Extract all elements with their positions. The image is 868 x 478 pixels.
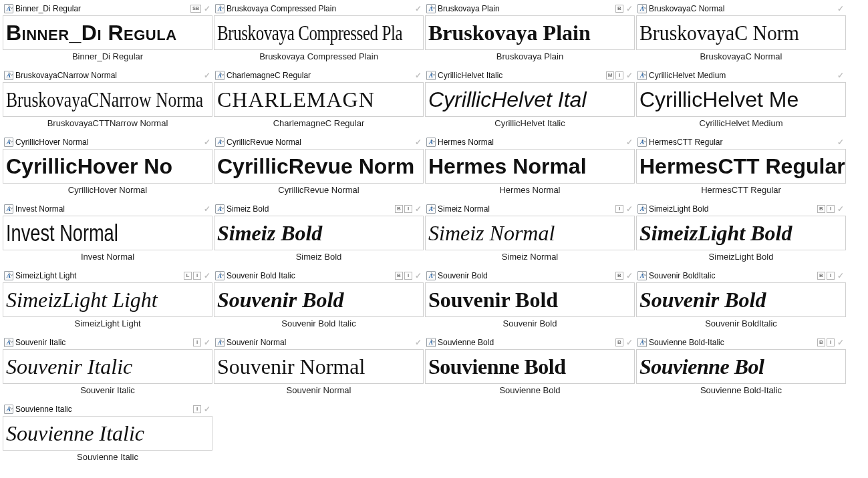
font-item[interactable]: ABinner_Di RegularSB✓Binner_Di RegulaBin… xyxy=(3,3,212,68)
style-badge: I xyxy=(404,205,412,213)
style-badge: M xyxy=(606,71,614,79)
font-preview[interactable]: CHARLEMAGN xyxy=(214,82,424,117)
font-preview[interactable]: SimeizLight Bold xyxy=(636,216,846,250)
style-badge: I xyxy=(827,205,835,213)
font-file-icon: A xyxy=(637,338,647,347)
font-preview-text: Souvenir Italic xyxy=(6,356,132,377)
font-preview[interactable]: Bruskovaya Compressed Pla xyxy=(214,15,424,50)
font-item[interactable]: ACyrillicHelvet ItalicMI✓CyrillicHelvet … xyxy=(425,69,635,135)
font-item[interactable]: ASimeiz BoldBI✓Simeiz BoldSimeiz Bold xyxy=(214,203,424,268)
check-icon[interactable]: ✓ xyxy=(414,272,422,280)
font-preview[interactable]: Souvenir Bold xyxy=(425,282,635,317)
font-file-glyph: A xyxy=(429,273,433,279)
font-item[interactable]: AHermesCTT Regular✓HermesCTT RegularHerm… xyxy=(636,136,846,202)
font-preview[interactable]: Simeiz Normal xyxy=(425,216,635,250)
font-file-icon: A xyxy=(4,71,13,80)
font-item[interactable]: ABruskovaya PlainB✓Bruskovaya PlainBrusk… xyxy=(425,3,635,68)
check-icon[interactable]: ✓ xyxy=(836,138,845,147)
font-preview[interactable]: CyrillicHover No xyxy=(3,149,212,184)
font-preview[interactable]: Bruskovaya Plain xyxy=(425,15,635,50)
font-preview[interactable]: Souvienne Italic xyxy=(3,416,212,451)
check-icon[interactable]: ✓ xyxy=(625,205,633,214)
style-badge: B xyxy=(615,338,623,346)
font-item[interactable]: ACyrillicHelvet Medium✓CyrillicHelvet Me… xyxy=(636,69,846,135)
check-icon[interactable]: ✓ xyxy=(625,338,633,347)
check-icon[interactable]: ✓ xyxy=(414,205,422,214)
font-caption: Souvienne Italic xyxy=(3,452,212,464)
font-item[interactable]: AInvest Normal✓Invest NormalInvest Norma… xyxy=(3,203,212,268)
font-file-glyph: A xyxy=(429,6,433,12)
check-icon[interactable]: ✓ xyxy=(414,71,422,80)
check-icon[interactable]: ✓ xyxy=(836,205,845,214)
check-icon[interactable]: ✓ xyxy=(625,138,633,147)
font-preview[interactable]: Simeiz Bold xyxy=(214,216,424,250)
font-preview[interactable]: Souvenir Bold xyxy=(214,282,424,317)
font-preview[interactable]: CyrillicRevue Norm xyxy=(214,149,424,184)
font-preview[interactable]: Binner_Di Regula xyxy=(3,15,212,50)
font-item[interactable]: ASouvenir Bold ItalicBI✓Souvenir BoldSou… xyxy=(214,270,424,335)
font-file-glyph: A xyxy=(7,140,11,146)
check-icon[interactable]: ✓ xyxy=(414,338,422,347)
font-badges: ✓ xyxy=(836,138,845,147)
font-preview[interactable]: CyrillicHelvet Ital xyxy=(425,82,635,117)
font-item[interactable]: ACyrillicRevue Normal✓CyrillicRevue Norm… xyxy=(214,136,424,202)
check-icon[interactable]: ✓ xyxy=(202,205,211,214)
font-preview[interactable]: Souvienne Bold xyxy=(425,349,635,384)
font-file-glyph: A xyxy=(640,140,644,146)
font-preview[interactable]: Invest Normal xyxy=(3,216,212,250)
check-icon[interactable]: ✓ xyxy=(202,338,211,347)
font-item[interactable]: ASouvenir Normal✓Souvenir NormalSouvenir… xyxy=(214,336,424,402)
font-item[interactable]: ABruskovaya Compressed Plain✓Bruskovaya … xyxy=(214,3,424,68)
font-preview[interactable]: Souvenir Normal xyxy=(214,349,424,384)
font-item[interactable]: ASimeizLight LightLI✓SimeizLight LightSi… xyxy=(3,270,212,335)
font-preview-text: CyrillicHelvet Me xyxy=(639,89,799,110)
check-icon[interactable]: ✓ xyxy=(836,272,845,280)
style-badge: I xyxy=(827,338,835,346)
font-item[interactable]: ASouvienne BoldB✓Souvienne BoldSouvienne… xyxy=(425,336,635,402)
font-item[interactable]: ASouvenir BoldB✓Souvenir BoldSouvenir Bo… xyxy=(425,270,635,335)
font-item[interactable]: ACharlemagneC Regular✓CHARLEMAGNCharlema… xyxy=(214,69,424,135)
font-preview[interactable]: BruskovayaC Norm xyxy=(636,15,846,50)
font-title: Simeiz Bold xyxy=(227,204,269,214)
font-preview[interactable]: BruskovayaCNarrow Norma xyxy=(3,82,212,117)
font-item[interactable]: ASouvenir ItalicI✓Souvenir ItalicSouveni… xyxy=(3,336,212,402)
font-item[interactable]: ASimeiz NormalI✓Simeiz NormalSimeiz Norm… xyxy=(425,203,635,268)
font-item[interactable]: ABruskovayaC Normal✓BruskovayaC NormBrus… xyxy=(636,3,846,68)
font-preview-text: CyrillicHelvet Ital xyxy=(428,89,586,110)
check-icon[interactable]: ✓ xyxy=(836,71,845,80)
font-caption: HermesCTT Regular xyxy=(636,185,846,197)
check-icon[interactable]: ✓ xyxy=(414,5,422,13)
font-item[interactable]: ASouvienne ItalicI✓Souvienne ItalicSouvi… xyxy=(3,403,212,469)
check-icon[interactable]: ✓ xyxy=(202,138,211,147)
check-icon[interactable]: ✓ xyxy=(414,138,422,147)
font-item[interactable]: ASouvenir BoldItalicBI✓Souvenir BoldSouv… xyxy=(636,270,846,335)
font-preview[interactable]: Souvenir Bold xyxy=(636,282,846,317)
font-item[interactable]: ASimeizLight BoldBI✓SimeizLight BoldSime… xyxy=(636,203,846,268)
font-title: Bruskovaya Compressed Plain xyxy=(227,4,336,13)
check-icon[interactable]: ✓ xyxy=(202,71,211,80)
check-icon[interactable]: ✓ xyxy=(836,5,845,13)
font-badges: ✓ xyxy=(836,71,845,80)
font-preview[interactable]: Souvenir Italic xyxy=(3,349,212,384)
font-preview-text: CyrillicRevue Norm xyxy=(217,156,414,177)
font-item[interactable]: ACyrillicHover Normal✓CyrillicHover NoCy… xyxy=(3,136,212,202)
check-icon[interactable]: ✓ xyxy=(836,338,845,347)
font-preview[interactable]: Souvienne Bol xyxy=(636,349,846,384)
font-caption: Souvenir Bold Italic xyxy=(214,318,424,330)
font-item[interactable]: ASouvienne Bold-ItalicBI✓Souvienne BolSo… xyxy=(636,336,846,402)
check-icon[interactable]: ✓ xyxy=(202,272,211,280)
font-preview[interactable]: SimeizLight Light xyxy=(3,282,212,317)
check-icon[interactable]: ✓ xyxy=(625,272,633,280)
style-badge: SB xyxy=(190,5,201,13)
check-icon[interactable]: ✓ xyxy=(625,5,633,13)
font-preview[interactable]: HermesCTT Regular xyxy=(636,149,846,184)
font-item[interactable]: AHermes Normal✓Hermes NormalHermes Norma… xyxy=(425,136,635,202)
font-preview[interactable]: CyrillicHelvet Me xyxy=(636,82,846,117)
font-preview-text: BruskovayaCNarrow Norma xyxy=(6,89,203,110)
check-icon[interactable]: ✓ xyxy=(202,5,211,13)
font-preview-text: Souvienne Italic xyxy=(6,423,144,444)
check-icon[interactable]: ✓ xyxy=(625,71,633,80)
font-preview[interactable]: Hermes Normal xyxy=(425,149,635,184)
font-item[interactable]: ABruskovayaCNarrow Normal✓BruskovayaCNar… xyxy=(3,69,212,135)
check-icon[interactable]: ✓ xyxy=(202,405,211,414)
